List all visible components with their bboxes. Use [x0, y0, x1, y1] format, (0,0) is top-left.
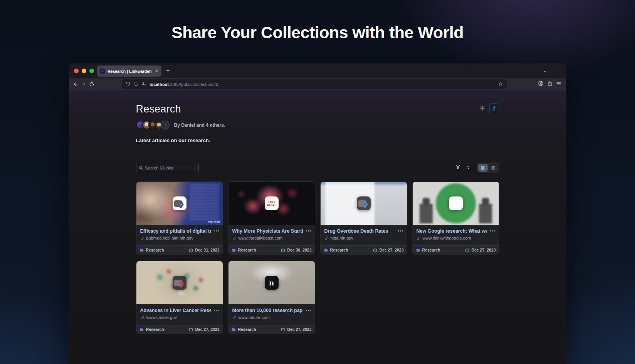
card-footer: Research Dec 27, 2023: [228, 325, 315, 334]
search-input[interactable]: [145, 166, 192, 170]
link-preview-image: ❯: [321, 182, 407, 225]
page-title: Share Your Collections with the World: [0, 23, 635, 42]
link-card[interactable]: ❯ Advances in Liver Cancer Research: [136, 261, 223, 334]
link-icon: [232, 236, 237, 240]
shield-icon[interactable]: [126, 81, 131, 88]
link-preview-image: n: [228, 261, 315, 304]
new-tab-button[interactable]: +: [166, 67, 170, 75]
link-icon: [140, 315, 144, 320]
cancergov-favicon-icon: ❯: [173, 276, 186, 290]
reload-icon[interactable]: [89, 82, 94, 87]
folder-icon: [232, 248, 236, 252]
toolbar-right-icons: [538, 78, 561, 90]
folder-icon: [139, 327, 144, 332]
link-url: www.thedailybeast.com: [239, 236, 283, 240]
card-footer: Research Dec 31, 2023: [136, 245, 223, 254]
link-card[interactable]: New Google research: What we no... www.t…: [412, 181, 499, 255]
page-info-icon[interactable]: [134, 81, 138, 88]
link-title[interactable]: Drug Overdose Death Rates: [324, 228, 388, 234]
window-controls: [74, 69, 94, 73]
link-icon: [324, 236, 329, 240]
sort-icon[interactable]: [466, 164, 471, 171]
link-title[interactable]: More than 10,000 research papers ...: [232, 308, 303, 313]
more-options-icon[interactable]: [306, 228, 311, 231]
list-view-button[interactable]: [489, 164, 498, 172]
link-title[interactable]: Efficacy and pitfalls of digital techn..…: [140, 228, 211, 234]
link-title[interactable]: New Google research: What we no...: [417, 228, 487, 234]
link-card[interactable]: n More than 10,000 research papers ...: [228, 261, 315, 334]
site-settings-icon[interactable]: [141, 81, 146, 88]
link-preview-image: [413, 182, 499, 225]
collection-title: Research: [136, 103, 499, 115]
close-window-button[interactable]: [74, 69, 79, 73]
more-options-icon[interactable]: [214, 308, 219, 311]
link-url: nida.nih.gov: [331, 236, 353, 240]
theme-toggle-sun-icon[interactable]: [479, 105, 485, 111]
avatar-overflow-badge: +1: [161, 121, 170, 129]
maximize-window-button[interactable]: [89, 69, 94, 73]
more-options-icon[interactable]: [490, 228, 495, 231]
more-options-icon[interactable]: [214, 228, 219, 231]
collection-tag[interactable]: Research: [232, 327, 256, 332]
links-grid: PubMed ❯ Efficacy and pitfalls of digita…: [136, 181, 499, 334]
browser-tab[interactable]: Research | Linkwarden ✕: [97, 65, 161, 77]
tab-list-chevron-icon[interactable]: [543, 69, 548, 75]
more-options-icon[interactable]: [306, 308, 311, 311]
browser-tabstrip: Research | Linkwarden ✕ +: [69, 64, 566, 78]
folder-icon: [232, 327, 236, 332]
link-date: Dec 27, 2023: [281, 327, 311, 332]
minimize-window-button[interactable]: [82, 69, 86, 73]
calendar-icon: [373, 248, 377, 252]
more-options-icon[interactable]: [398, 228, 403, 231]
thinkwithgoogle-favicon-icon: [449, 196, 463, 210]
calendar-icon: [281, 327, 285, 332]
filter-icon[interactable]: [455, 164, 461, 171]
collection-byline: By Daniel and 4 others.: [174, 122, 225, 128]
url-bar[interactable]: localhost:3000/public/collections/2: [122, 79, 507, 89]
link-date: Dec 31, 2023: [189, 248, 219, 252]
link-url: www.nature.com: [239, 315, 270, 320]
link-date: Dec 27, 2023: [465, 248, 496, 252]
bookmark-star-icon[interactable]: [498, 81, 503, 88]
collection-tag[interactable]: Research: [416, 248, 440, 252]
link-preview-image: DAILY BEAST: [228, 182, 315, 225]
search-box[interactable]: [136, 164, 199, 172]
calendar-icon: [281, 248, 285, 252]
calendar-icon: [465, 248, 469, 252]
pubmed-favicon-icon: ❯: [173, 196, 186, 210]
calendar-icon: [189, 327, 193, 332]
link-url: www.thinkwithgoogle.com: [423, 236, 471, 240]
account-icon[interactable]: [538, 81, 544, 88]
card-footer: Research Dec 27, 2023: [321, 245, 407, 254]
url-text: localhost:3000/public/collections/2: [150, 82, 218, 87]
dailybeast-favicon-icon: DAILY BEAST: [265, 196, 279, 210]
collection-tag[interactable]: Research: [324, 248, 348, 252]
link-card[interactable]: DAILY BEAST Why More Physicists Are Star…: [228, 181, 315, 255]
link-title[interactable]: Why More Physicists Are Starting to...: [232, 228, 303, 234]
collection-tag[interactable]: Research: [139, 248, 164, 252]
tab-title: Research | Linkwarden: [108, 69, 152, 74]
forward-icon[interactable]: [81, 81, 87, 87]
link-icon: [232, 315, 237, 320]
view-toggle: [477, 163, 499, 173]
grid-view-button[interactable]: [478, 164, 488, 172]
collection-tag[interactable]: Research: [232, 248, 256, 252]
link-url: pubmed.ncbi.nlm.nih.gov: [146, 236, 193, 240]
browser-toolbar: localhost:3000/public/collections/2: [69, 78, 566, 90]
card-footer: Research Dec 27, 2023: [136, 325, 223, 334]
back-icon[interactable]: [73, 81, 79, 87]
link-title[interactable]: Advances in Liver Cancer Research: [140, 308, 211, 313]
link-preview-image: PubMed ❯: [136, 182, 223, 225]
menu-hamburger-icon[interactable]: [556, 81, 561, 88]
close-tab-icon[interactable]: ✕: [155, 69, 158, 74]
collection-tag[interactable]: Research: [139, 327, 164, 332]
share-icon[interactable]: [547, 81, 553, 88]
link-card[interactable]: PubMed ❯ Efficacy and pitfalls of digita…: [136, 181, 223, 255]
link-url: www.cancer.gov: [146, 315, 177, 320]
folder-icon: [139, 248, 144, 252]
link-card[interactable]: ❯ Drug Overdose Death Rates nida.nih: [320, 181, 407, 255]
linkwarden-logo-icon[interactable]: [489, 103, 499, 113]
nature-favicon-icon: n: [265, 276, 279, 290]
link-date: Dec 30, 2023: [281, 248, 311, 252]
linkwarden-favicon-icon: [100, 69, 105, 74]
